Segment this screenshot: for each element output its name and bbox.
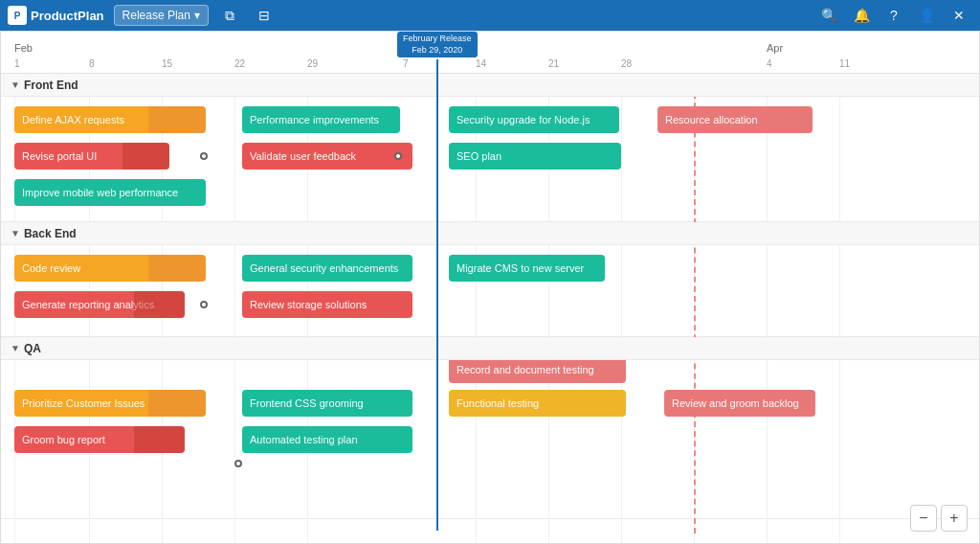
task-reporting[interactable]: Generate reporting analytics	[14, 291, 185, 318]
task-define-ajax[interactable]: Define AJAX requests	[14, 106, 206, 133]
section-header-backend[interactable]: ▼ Back End	[1, 222, 979, 245]
grid-line-8	[621, 74, 622, 544]
task-label: Prioritize Customer Issues	[22, 397, 145, 409]
task-automated-testing[interactable]: Automated testing plan	[242, 426, 412, 453]
task-prioritize[interactable]: Prioritize Customer Issues	[14, 390, 206, 417]
task-storage[interactable]: Review storage solutions	[242, 291, 412, 318]
feb-release-marker: February Release Feb 29, 2020	[397, 32, 478, 531]
zoom-controls: − +	[910, 505, 968, 532]
task-perf-improvements[interactable]: Performance improvements	[242, 106, 400, 133]
save-button[interactable]: ⊟	[251, 2, 278, 29]
chevron-icon: ▼	[11, 228, 20, 238]
grid-line-11	[839, 74, 840, 544]
copy-button[interactable]: ⧉	[216, 2, 243, 29]
search-button[interactable]: 🔍	[815, 2, 842, 29]
bell-button[interactable]: 🔔	[848, 2, 875, 29]
section-backend: ▼ Back End Code review General security …	[1, 222, 979, 337]
chevron-down-icon: ▾	[194, 9, 200, 22]
main-canvas: Feb 1 8 15 22 29 Mar 7 14 21 28 Apr 4 11…	[0, 31, 980, 544]
day-1: 1	[14, 58, 20, 69]
month-feb: Feb	[14, 42, 33, 54]
task-label: Define AJAX requests	[22, 114, 124, 125]
day-15: 15	[162, 58, 172, 69]
day-mar21: 21	[548, 58, 559, 69]
day-apr11: 11	[839, 58, 850, 69]
grid-line-10	[767, 74, 768, 544]
brand-icon: P	[8, 6, 27, 25]
zoom-in-button[interactable]: +	[941, 505, 968, 532]
zoom-out-button[interactable]: −	[910, 505, 937, 532]
section-label-backend: Back End	[24, 227, 77, 240]
plan-name-pill[interactable]: Release Plan ▾	[114, 5, 209, 26]
month-apr: Apr	[767, 42, 783, 54]
task-label: General security enhancements	[250, 262, 398, 274]
grid-line-4	[234, 74, 235, 544]
day-8: 8	[89, 58, 95, 69]
task-label: Review storage solutions	[250, 299, 367, 310]
task-dot-ajax	[200, 152, 208, 160]
task-overlay	[148, 106, 206, 133]
task-overlay	[148, 255, 206, 282]
task-code-review[interactable]: Code review	[14, 255, 206, 282]
task-improve-mobile[interactable]: Improve mobile web performance	[14, 179, 206, 206]
menu-button[interactable]: ✕	[946, 2, 972, 29]
task-frontend-css[interactable]: Frontend CSS grooming	[242, 390, 412, 417]
task-label: Frontend CSS grooming	[250, 397, 364, 409]
chevron-icon: ▼	[11, 79, 20, 90]
day-apr4: 4	[767, 58, 772, 69]
task-label: Record and document testing	[457, 364, 594, 375]
day-mar14: 14	[476, 58, 486, 69]
task-groom-bug[interactable]: Groom bug report	[14, 426, 185, 453]
task-resource-allocation[interactable]: Resource allocation	[657, 106, 813, 133]
task-overlay	[134, 426, 185, 453]
task-label: Resource allocation	[665, 114, 758, 125]
task-label: Automated testing plan	[250, 434, 358, 445]
brand-logo: P ProductPlan	[8, 6, 104, 25]
section-header-frontend[interactable]: ▼ Front End	[1, 74, 979, 97]
feb-release-line	[436, 59, 438, 531]
task-general-security[interactable]: General security enhancements	[242, 255, 412, 282]
task-label: Review and groom backlog	[672, 397, 799, 409]
today-line	[694, 74, 696, 533]
section-qa: ▼ QA Record and document testing Priorit…	[1, 337, 979, 519]
user-button[interactable]: 👤	[913, 2, 940, 29]
task-review-backlog[interactable]: Review and groom backlog	[664, 390, 815, 417]
task-overlay	[134, 291, 185, 318]
section-header-qa[interactable]: ▼ QA	[1, 337, 979, 360]
section-label-frontend: Front End	[24, 79, 78, 92]
task-label: Improve mobile web performance	[22, 187, 178, 198]
task-revise-portal[interactable]: Revise portal UI	[14, 143, 169, 170]
nav-right-icons: 🔍 🔔 ? 👤 ✕	[813, 2, 972, 29]
feb-release-badge: February Release Feb 29, 2020	[397, 32, 478, 57]
day-22: 22	[234, 58, 245, 69]
timeline-months: Feb 1 8 15 22 29 Mar 7 14 21 28 Apr 4 11	[1, 31, 979, 73]
task-dot-general	[234, 460, 242, 467]
top-navigation: P ProductPlan Release Plan ▾ ⧉ ⊟ 🔍 🔔 ? 👤…	[0, 0, 980, 31]
plan-name-label: Release Plan	[122, 9, 190, 22]
day-29: 29	[307, 58, 318, 69]
section-label-qa: QA	[24, 342, 41, 355]
chevron-icon: ▼	[11, 343, 20, 353]
task-label: Performance improvements	[250, 114, 379, 125]
brand-name: ProductPlan	[31, 9, 104, 23]
task-label: Validate user feedback	[250, 150, 356, 162]
day-mar28: 28	[621, 58, 632, 69]
task-overlay	[148, 390, 206, 417]
task-label: Revise portal UI	[22, 150, 97, 162]
task-label: Groom bug report	[22, 434, 105, 445]
timeline-header: Feb 1 8 15 22 29 Mar 7 14 21 28 Apr 4 11…	[1, 32, 979, 74]
task-validate-feedback[interactable]: Validate user feedback	[242, 143, 412, 170]
task-label: Code review	[22, 262, 80, 274]
task-overlay	[122, 143, 169, 170]
section-frontend: ▼ Front End Define AJAX requests Perform…	[1, 74, 979, 222]
task-dot-code	[200, 301, 208, 308]
help-button[interactable]: ?	[880, 2, 907, 29]
